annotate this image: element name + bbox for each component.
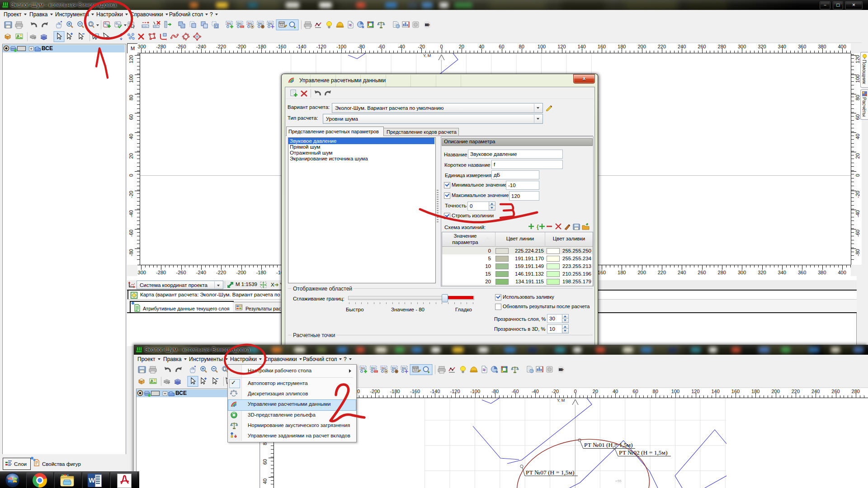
svg-text:РТ №07 (Н = 1,5м): РТ №07 (Н = 1,5м) xyxy=(526,469,575,476)
svg-text::: : xyxy=(234,432,235,435)
svg-text:РТ №01 (Н = 1,5м): РТ №01 (Н = 1,5м) xyxy=(584,441,633,448)
svg-text:bxc: bxc xyxy=(227,22,232,25)
svg-text:bxc: bxc xyxy=(268,22,273,25)
svg-text:bxc: bxc xyxy=(371,366,376,370)
svg-text:РТ №02 (Н = 1,5м): РТ №02 (Н = 1,5м) xyxy=(619,449,668,456)
svg-text:bxc: bxc xyxy=(382,366,387,370)
svg-text:Y, М: Y, М xyxy=(557,398,565,403)
svg-text:bxc: bxc xyxy=(258,22,263,25)
svg-text:bxc: bxc xyxy=(392,366,397,370)
svg-text:bxc: bxc xyxy=(237,22,242,25)
svg-text:?: ? xyxy=(531,370,533,373)
svg-text:{: { xyxy=(537,224,539,230)
svg-text:Y, М: Y, М xyxy=(423,53,431,58)
svg-text:?: ? xyxy=(397,25,399,28)
svg-text:bxc: bxc xyxy=(248,22,253,25)
svg-text:bxc: bxc xyxy=(361,366,366,370)
svg-text:<55: <55 xyxy=(615,479,622,483)
svg-text:A: A xyxy=(151,379,153,383)
svg-text:bxc: bxc xyxy=(402,366,407,370)
svg-text:A: A xyxy=(17,34,19,38)
